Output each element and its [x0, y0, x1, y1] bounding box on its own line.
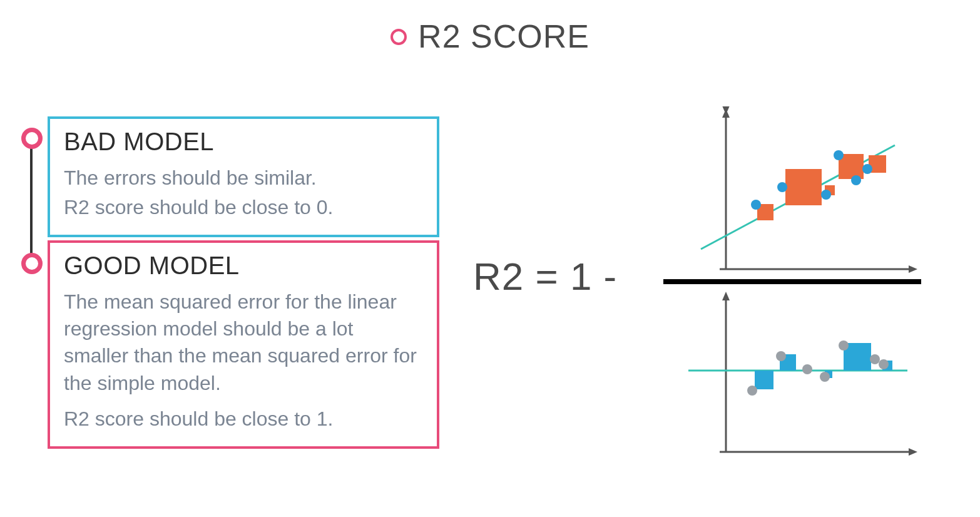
bullet-icon [390, 29, 407, 45]
fraction-bar [663, 279, 921, 284]
r2-formula-text: R2 = 1 - [473, 254, 617, 299]
bad-model-line1: The errors should be similar. [64, 165, 423, 192]
svg-point-31 [870, 354, 880, 364]
title-text: R2 SCORE [418, 18, 590, 54]
bad-model-card: BAD MODEL The errors should be similar. … [48, 116, 439, 237]
svg-marker-17 [722, 292, 730, 300]
timeline-connector [30, 130, 33, 263]
svg-rect-21 [755, 371, 773, 389]
slide: R2 SCORE BAD MODEL The errors should be … [0, 0, 980, 517]
svg-point-26 [747, 386, 757, 396]
bad-model-heading: BAD MODEL [64, 128, 423, 156]
numerator-plot [682, 106, 920, 275]
good-model-para: The mean squared error for the linear re… [64, 289, 423, 397]
svg-point-14 [851, 175, 861, 185]
svg-rect-6 [785, 169, 822, 205]
svg-point-13 [834, 150, 844, 160]
timeline-node-good [21, 253, 43, 274]
svg-point-29 [820, 372, 830, 382]
svg-point-11 [777, 182, 787, 192]
svg-marker-3 [909, 265, 917, 273]
svg-marker-1 [722, 109, 730, 118]
good-model-card: GOOD MODEL The mean squared error for th… [48, 240, 439, 449]
timeline-node-bad [21, 128, 43, 149]
slide-title: R2 SCORE [0, 18, 980, 55]
svg-marker-19 [909, 448, 917, 456]
svg-point-30 [839, 340, 849, 351]
svg-point-15 [862, 164, 872, 174]
svg-point-12 [821, 190, 831, 200]
good-model-heading: GOOD MODEL [64, 252, 423, 280]
good-model-line2: R2 score should be close to 1. [64, 406, 423, 433]
svg-point-10 [751, 200, 761, 210]
denominator-plot [682, 289, 920, 458]
svg-point-27 [776, 351, 786, 361]
svg-point-32 [879, 359, 889, 369]
svg-point-28 [802, 364, 812, 374]
bad-model-line2: R2 score should be close to 0. [64, 194, 423, 221]
